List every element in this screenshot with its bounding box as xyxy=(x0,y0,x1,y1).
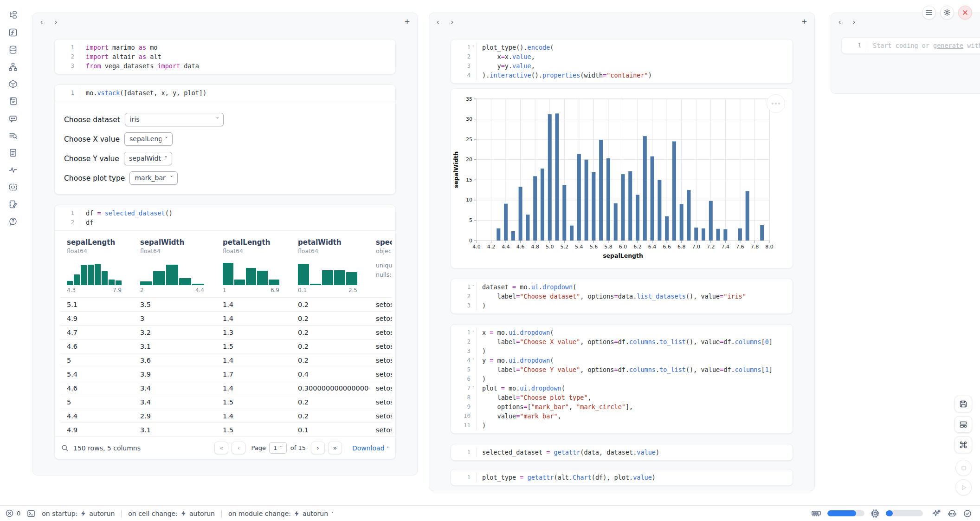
scratchpad-icon[interactable] xyxy=(6,197,20,211)
code-line[interactable]: 1˅dataset = mo.ui.dropdown( xyxy=(456,282,788,292)
dataset-select[interactable]: iris˅ xyxy=(125,113,224,126)
code-line[interactable]: 1df = selected_dataset() xyxy=(59,208,391,218)
code-line[interactable]: 10 value="mark_bar", xyxy=(456,411,788,421)
connection-status-button[interactable] xyxy=(963,509,972,518)
cell-new-empty[interactable]: 1Start coding or generate with AI xyxy=(841,37,980,54)
code-line[interactable]: 2 label="Choose X value", options=df.col… xyxy=(456,337,788,346)
on-module-change-setting[interactable]: on module change: autorun ˅ xyxy=(228,510,334,517)
add-cell-icon[interactable]: + xyxy=(405,17,410,26)
outline-search-icon[interactable] xyxy=(6,129,20,142)
code-line[interactable]: 2 label="Choose dataset", options=data.l… xyxy=(456,292,788,301)
table-row[interactable]: 4.42.91.40.2setosa xyxy=(60,409,392,423)
table-column-header[interactable]: speciesobjectunique:nulls: xyxy=(369,234,392,297)
on-cell-change-setting[interactable]: on cell change: autorun xyxy=(128,510,215,517)
table-row[interactable]: 5.13.51.40.2setosa xyxy=(60,298,392,312)
column-next-icon[interactable]: › xyxy=(55,18,57,26)
code-line[interactable]: 4).interactive().properties(width="conta… xyxy=(456,71,788,80)
functions-icon[interactable] xyxy=(6,26,20,39)
code-line[interactable]: 4˅y = mo.ui.dropdown( xyxy=(456,356,788,365)
column-next-icon[interactable]: › xyxy=(451,18,453,26)
table-column-header[interactable]: sepalWidthfloat6424.4 xyxy=(134,234,216,297)
run-button[interactable] xyxy=(955,479,972,495)
cell-vstack[interactable]: 1mo.vstack([dataset, x, y, plot]) Choose… xyxy=(54,85,396,195)
page-select[interactable]: 1˅ xyxy=(269,442,287,454)
cell-dataset-dropdown[interactable]: 1˅dataset = mo.ui.dropdown(2 label="Choo… xyxy=(451,279,793,314)
code-line[interactable]: 8 label="Choose plot type", xyxy=(456,393,788,402)
table-row[interactable]: 4.63.41.40.3000000000000004setosa xyxy=(60,381,392,395)
code-line[interactable]: 3) xyxy=(456,301,788,310)
ai-features-button[interactable] xyxy=(932,509,941,518)
code-line[interactable]: 1selected_dataset = getattr(data, datase… xyxy=(456,448,788,457)
column-prev-icon[interactable]: ‹ xyxy=(437,18,439,26)
table-column-header[interactable]: sepalLengthfloat644.37.9 xyxy=(60,234,134,297)
column-next-icon[interactable]: › xyxy=(853,18,855,26)
table-row[interactable]: 53.41.50.2setosa xyxy=(60,395,392,409)
column-prev-icon[interactable]: ‹ xyxy=(40,18,43,26)
code-line[interactable]: 1˅plot_type().encode( xyxy=(456,43,788,52)
database-icon[interactable] xyxy=(6,43,20,56)
code-line[interactable]: 3 y=y.value, xyxy=(456,61,788,71)
code-line[interactable]: 7˅plot = mo.ui.dropdown( xyxy=(456,384,788,393)
dependency-graph-icon[interactable] xyxy=(6,60,20,73)
code-line[interactable]: 1mo.vstack([dataset, x, y, plot]) xyxy=(59,88,391,98)
next-page-icon[interactable]: › xyxy=(311,442,325,454)
shutdown-button[interactable] xyxy=(958,6,972,20)
stop-button[interactable] xyxy=(955,460,972,476)
search-icon[interactable] xyxy=(61,444,69,452)
on-startup-setting[interactable]: on startup: autorun xyxy=(42,510,115,517)
plot-type-select[interactable]: mark_bar˅ xyxy=(129,171,178,185)
output-actions-icon[interactable] xyxy=(767,94,785,113)
code-block-icon[interactable] xyxy=(6,180,20,194)
prev-page-icon[interactable]: ‹ xyxy=(232,442,245,454)
logs-icon[interactable] xyxy=(6,94,20,108)
code-line[interactable]: 3from vega_datasets import data xyxy=(59,61,391,71)
command-palette-button[interactable] xyxy=(954,436,972,453)
table-row[interactable]: 4.931.40.2setosa xyxy=(60,312,392,326)
errors-indicator[interactable]: 0 xyxy=(6,509,20,517)
code-line[interactable]: 1˅x = mo.ui.dropdown( xyxy=(456,328,788,337)
snippets-icon[interactable] xyxy=(6,146,20,159)
code-line[interactable]: 1plot_type = getattr(alt.Chart(df), plot… xyxy=(456,473,788,482)
table-column-header[interactable]: petalLengthfloat6416.9 xyxy=(216,234,291,297)
table-row[interactable]: 53.61.40.2setosa xyxy=(60,353,392,367)
menu-button[interactable] xyxy=(922,6,936,20)
assistant-button[interactable] xyxy=(948,509,957,518)
cell-selected-dataset[interactable]: 1selected_dataset = getattr(data, datase… xyxy=(451,444,793,461)
tracing-icon[interactable] xyxy=(6,163,20,176)
table-row[interactable]: 4.73.21.30.2setosa xyxy=(60,326,392,339)
first-page-icon[interactable]: « xyxy=(214,442,228,454)
altair-chart[interactable]: 051015202530354.04.24.44.64.85.05.25.45.… xyxy=(451,89,797,268)
packages-icon[interactable] xyxy=(6,77,20,91)
last-page-icon[interactable]: » xyxy=(328,442,342,454)
code-line[interactable]: 3) xyxy=(456,346,788,356)
code-line[interactable]: 2import altair as alt xyxy=(59,52,391,61)
table-row[interactable]: 4.63.11.50.2setosa xyxy=(60,339,392,353)
code-line[interactable]: 1Start coding or generate with AI xyxy=(846,41,980,50)
cell-imports[interactable]: 1import marimo as mo2import altair as al… xyxy=(54,39,396,74)
cell-plot-encode[interactable]: 1˅plot_type().encode(2 x=x.value,3 y=y.v… xyxy=(451,39,793,84)
code-line[interactable]: 2df xyxy=(59,218,391,227)
ai-chat-icon[interactable] xyxy=(6,111,20,125)
code-line[interactable]: 6) xyxy=(456,374,788,384)
cell-plot-type[interactable]: 1plot_type = getattr(alt.Chart(df), plot… xyxy=(451,469,793,486)
y-select[interactable]: sepalWidth˅ xyxy=(124,152,172,165)
cell-dataframe[interactable]: 1df = selected_dataset()2df sepalLengthf… xyxy=(54,205,396,459)
table-row[interactable]: 5.43.91.70.4setosa xyxy=(60,367,392,381)
code-line[interactable]: 1import marimo as mo xyxy=(59,43,391,52)
save-button[interactable] xyxy=(954,396,972,412)
code-line[interactable]: 11) xyxy=(456,421,788,430)
code-line[interactable]: 5 label="Choose Y value", options=df.col… xyxy=(456,365,788,374)
add-cell-icon[interactable]: + xyxy=(802,17,807,26)
help-icon[interactable] xyxy=(6,215,20,228)
cell-xy-plot-dropdowns[interactable]: 1˅x = mo.ui.dropdown(2 label="Choose X v… xyxy=(451,324,793,434)
download-button[interactable]: Download ˅ xyxy=(352,444,389,452)
code-line[interactable]: 9 options=["mark_bar", "mark_circle"], xyxy=(456,402,788,411)
column-prev-icon[interactable]: ‹ xyxy=(838,18,841,26)
terminal-button[interactable] xyxy=(27,509,35,518)
settings-button[interactable] xyxy=(940,6,954,20)
x-select[interactable]: sepalLength˅ xyxy=(124,132,173,146)
file-tree-icon[interactable] xyxy=(6,8,20,22)
layout-button[interactable] xyxy=(954,416,972,433)
code-line[interactable]: 2 x=x.value, xyxy=(456,52,788,61)
table-row[interactable]: 4.93.11.50.1setosa xyxy=(60,423,392,436)
